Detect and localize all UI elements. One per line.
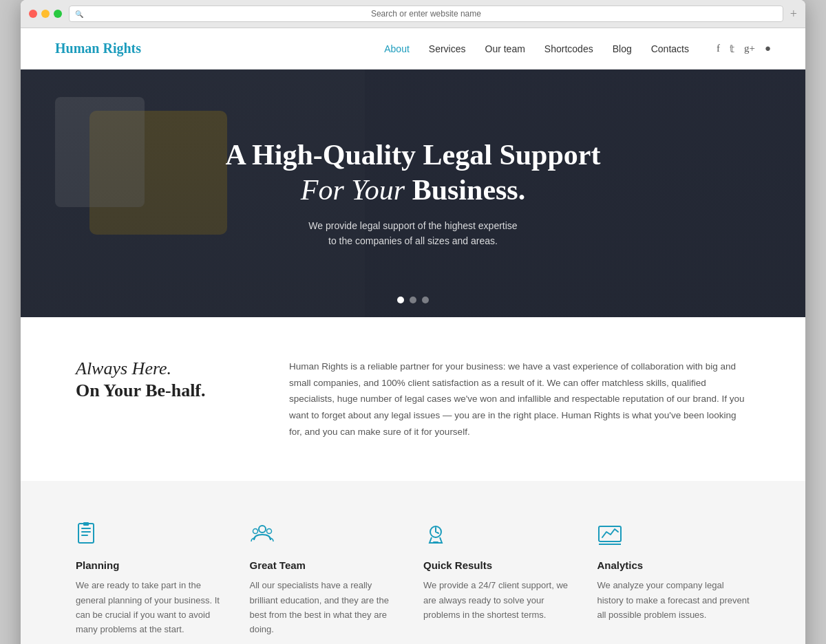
service-analytics: Analytics We analyze your company legal … xyxy=(597,522,751,637)
svg-rect-3 xyxy=(81,535,88,536)
maximize-button[interactable] xyxy=(54,10,62,18)
hero-title-italic: For Your xyxy=(301,174,405,206)
about-text: Human Rights is a reliable partner for y… xyxy=(289,358,750,440)
nav-link-team[interactable]: Our team xyxy=(485,43,525,54)
hero-subtitle-line1: We provide legal support of the highest … xyxy=(308,220,517,231)
about-right: Human Rights is a reliable partner for y… xyxy=(289,358,750,440)
service-team: Great Team All our specialists have a re… xyxy=(250,522,403,637)
hero-dots xyxy=(397,297,429,303)
nav-item-contacts[interactable]: Contacts xyxy=(651,43,689,55)
dot-3[interactable] xyxy=(422,297,429,303)
nav-item-services[interactable]: Services xyxy=(429,43,466,55)
close-button[interactable] xyxy=(29,10,37,18)
facebook-icon[interactable]: f xyxy=(717,43,720,55)
planning-icon xyxy=(76,522,103,550)
svg-point-6 xyxy=(253,529,257,534)
browser-window: Search or enter website name + Human Rig… xyxy=(21,0,805,644)
nav-link-blog[interactable]: Blog xyxy=(613,43,632,54)
hero-subtitle-line2: to the companies of all sizes and areas. xyxy=(328,235,498,246)
nav-item-about[interactable]: About xyxy=(384,43,410,55)
nav-link-contacts[interactable]: Contacts xyxy=(651,43,689,54)
googleplus-icon[interactable]: g+ xyxy=(744,43,755,55)
analytics-icon xyxy=(597,522,625,550)
browser-chrome: Search or enter website name + xyxy=(21,0,805,28)
team-title: Great Team xyxy=(250,559,403,571)
dot-2[interactable] xyxy=(410,297,416,303)
about-tagline-italic: Always Here. xyxy=(76,358,248,379)
results-desc: We provide a 24/7 client support, we are… xyxy=(423,578,577,622)
svg-rect-4 xyxy=(83,522,89,526)
planning-desc: We are ready to take part in the general… xyxy=(76,578,229,637)
nav-link-services[interactable]: Services xyxy=(429,43,466,54)
svg-rect-1 xyxy=(81,528,91,529)
instagram-icon[interactable]: ● xyxy=(765,43,771,55)
nav-list: About Services Our team Shortcodes Blog … xyxy=(384,43,689,55)
about-tagline-bold: On Your Be-half. xyxy=(76,380,206,400)
about-section: Always Here. On Your Be-half. Human Righ… xyxy=(21,317,805,481)
twitter-icon[interactable]: 𝕥 xyxy=(730,43,734,55)
svg-rect-2 xyxy=(81,531,91,533)
address-bar[interactable]: Search or enter website name xyxy=(69,6,783,22)
analytics-desc: We analyze your company legal history to… xyxy=(597,578,751,622)
hero-title-line1: A High-Quality Legal Support xyxy=(226,139,601,171)
hero-subtitle: We provide legal support of the highest … xyxy=(226,218,601,249)
svg-rect-9 xyxy=(433,541,438,543)
svg-point-7 xyxy=(266,529,271,534)
main-nav: About Services Our team Shortcodes Blog … xyxy=(384,43,689,55)
nav-item-shortcodes[interactable]: Shortcodes xyxy=(544,43,593,55)
address-bar-text: Search or enter website name xyxy=(371,9,481,19)
service-planning: Planning We are ready to take part in th… xyxy=(76,522,229,637)
social-icons: f 𝕥 g+ ● xyxy=(717,43,771,55)
analytics-title: Analytics xyxy=(597,559,751,571)
traffic-lights xyxy=(29,10,62,18)
services-section: Planning We are ready to take part in th… xyxy=(21,481,805,644)
svg-rect-0 xyxy=(78,524,94,543)
hero-title-normal: Business. xyxy=(405,174,525,206)
minimize-button[interactable] xyxy=(41,10,50,18)
hero-content: A High-Quality Legal Support For Your Bu… xyxy=(198,138,628,249)
service-results: Quick Results We provide a 24/7 client s… xyxy=(423,522,577,637)
hero-section: A High-Quality Legal Support For Your Bu… xyxy=(21,69,805,317)
team-desc: All our specialists have a really brilli… xyxy=(250,578,403,637)
team-icon xyxy=(250,522,277,550)
results-title: Quick Results xyxy=(423,559,577,571)
nav-link-shortcodes[interactable]: Shortcodes xyxy=(544,43,593,54)
site-logo[interactable]: Human Rights xyxy=(55,41,141,56)
services-grid: Planning We are ready to take part in th… xyxy=(76,522,750,637)
about-left: Always Here. On Your Be-half. xyxy=(76,358,248,402)
hero-title: A High-Quality Legal Support For Your Bu… xyxy=(226,138,601,207)
nav-link-about[interactable]: About xyxy=(384,43,410,54)
new-tab-button[interactable]: + xyxy=(790,7,797,21)
results-icon xyxy=(423,522,451,550)
nav-item-team[interactable]: Our team xyxy=(485,43,525,55)
site-header: Human Rights About Services Our team Sho… xyxy=(21,28,805,69)
dot-1[interactable] xyxy=(397,297,404,303)
nav-item-blog[interactable]: Blog xyxy=(613,43,632,55)
svg-point-5 xyxy=(259,526,266,533)
planning-title: Planning xyxy=(76,559,229,571)
